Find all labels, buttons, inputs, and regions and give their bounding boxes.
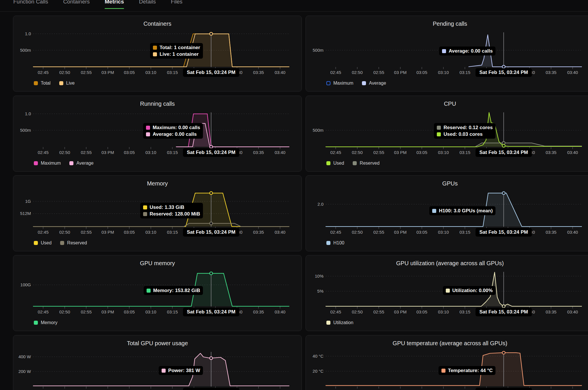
- series-color-swatch: [432, 209, 436, 213]
- value-tooltip-text: Used: 0.03 cores: [443, 131, 482, 137]
- series-color-swatch: [437, 126, 441, 130]
- legend-item-average[interactable]: Average: [362, 81, 386, 86]
- value-tooltip-row: Power: 381 W: [162, 368, 200, 373]
- cursor-marker-temperature: [502, 351, 505, 354]
- chart-panel-gpu-memory: GPU memory100G02:4502:5002:5503 PM03:050…: [13, 255, 302, 331]
- x-tick-label: 02:50: [53, 70, 77, 75]
- tab-label: Containers: [63, 0, 90, 5]
- value-tooltip: Average: 0.00 calls: [439, 47, 495, 55]
- x-tick-label: 02:50: [345, 230, 369, 235]
- value-tooltip: H100: 3.0 GPUs (mean): [429, 206, 495, 215]
- value-tooltip-row: Temperature: 44 °C: [441, 368, 493, 373]
- legend-item-maximum[interactable]: Maximum: [34, 161, 61, 166]
- value-tooltip-row: Utilization: 0.00%: [446, 288, 493, 293]
- x-tick-label: 03:10: [431, 309, 456, 314]
- legend-item-reserved[interactable]: Reserved: [60, 240, 87, 246]
- chart-canvas[interactable]: 400 W200 W: [13, 335, 302, 390]
- series-color-swatch: [146, 132, 150, 136]
- legend-item-used[interactable]: Used: [34, 240, 51, 246]
- x-tick-label: 03 PM: [388, 230, 413, 235]
- legend-item-maximum[interactable]: Maximum: [326, 81, 353, 86]
- x-tick-label: 03:15: [453, 150, 477, 155]
- legend-item-used[interactable]: Used: [326, 161, 344, 166]
- cursor-marker-used: [502, 144, 505, 147]
- x-tick-label: 03:05: [410, 309, 434, 314]
- x-tick-label: 03:15: [160, 150, 184, 155]
- value-tooltip-text: Reserved: 128.00 MiB: [150, 211, 200, 217]
- series-area-reserved: [33, 223, 289, 226]
- x-tick-label: 02:55: [74, 70, 98, 75]
- legend-item-live[interactable]: Live: [59, 81, 75, 86]
- date-tooltip: Sat Feb 15, 03:24 PM: [183, 148, 239, 157]
- x-tick-label: 03:40: [268, 150, 292, 155]
- date-tooltip: Sat Feb 15, 03:24 PM: [476, 228, 532, 237]
- value-tooltip: Maximum: 0.00 callsAverage: 0.00 calls: [143, 123, 203, 139]
- value-tooltip: Temperature: 44 °C: [439, 366, 496, 375]
- value-tooltip-row: Memory: 153.82 GiB: [147, 288, 200, 293]
- tab-metrics[interactable]: Metrics: [105, 0, 124, 11]
- tab-containers[interactable]: Containers: [63, 0, 90, 11]
- chart-legend: UsedReserved: [34, 240, 87, 246]
- legend-label: Live: [66, 81, 75, 86]
- y-tick-label: 20 °C: [313, 369, 323, 374]
- x-tick-label: 02:50: [345, 70, 369, 75]
- series-color-swatch: [153, 52, 157, 56]
- legend-label: Total: [41, 81, 51, 86]
- x-tick-label: 02:55: [367, 230, 391, 235]
- tab-label: Metrics: [105, 0, 124, 5]
- value-tooltip-row: Maximum: 0.00 calls: [146, 125, 200, 130]
- legend-color-swatch: [34, 81, 38, 85]
- legend-label: Reserved: [360, 161, 379, 166]
- value-tooltip-row: Used: 0.03 cores: [437, 131, 493, 137]
- series-color-swatch: [437, 132, 441, 136]
- x-tick-label: 03:15: [160, 70, 184, 75]
- y-tick-label: 500m: [313, 48, 323, 53]
- chart-legend: H100: [326, 240, 344, 246]
- value-tooltip-text: Live: 1 container: [160, 51, 199, 57]
- x-tick-label: 03:05: [117, 150, 141, 155]
- value-tooltip-row: Average: 0.00 calls: [146, 131, 200, 137]
- tab-details[interactable]: Details: [139, 0, 156, 11]
- value-tooltip: Used: 1.33 GiBReserved: 128.00 MiB: [140, 203, 203, 218]
- value-tooltip-text: Power: 381 W: [168, 368, 200, 373]
- tab-bar: Function CallsContainersMetricsDetailsFi…: [0, 0, 588, 12]
- legend-item-average[interactable]: Average: [69, 161, 93, 166]
- date-tooltip: Sat Feb 15, 03:24 PM: [183, 68, 239, 77]
- x-tick-label: 03:35: [246, 150, 271, 155]
- date-tooltip: Sat Feb 15, 03:24 PM: [476, 68, 532, 77]
- legend-label: H100: [333, 240, 344, 246]
- x-tick-label: 02:50: [53, 309, 77, 314]
- value-tooltip-row: Reserved: 128.00 MiB: [143, 211, 200, 217]
- cursor-marker-reserved: [210, 222, 212, 225]
- x-tick-label: 03:35: [539, 230, 563, 235]
- cursor-marker-memory: [210, 272, 212, 275]
- legend-label: Average: [76, 161, 93, 166]
- tab-files[interactable]: Files: [171, 0, 182, 11]
- x-tick-label: 03:15: [453, 70, 477, 75]
- legend-item-h100[interactable]: H100: [326, 240, 344, 246]
- series-color-swatch: [143, 212, 147, 216]
- x-tick-label: 03:40: [561, 309, 585, 314]
- legend-item-total[interactable]: Total: [34, 81, 51, 86]
- value-tooltip-text: Temperature: 44 °C: [448, 368, 493, 373]
- x-tick-label: 03:40: [561, 150, 585, 155]
- x-tick-label: 03:05: [410, 150, 434, 155]
- chart-canvas[interactable]: 40 °C20 °C: [306, 335, 588, 390]
- tab-function-calls[interactable]: Function Calls: [13, 0, 48, 11]
- y-tick-label: 500m: [20, 48, 31, 53]
- y-tick-label: 2.0: [317, 202, 323, 207]
- x-tick-label: 03 PM: [96, 309, 120, 314]
- date-tooltip: Sat Feb 15, 03:24 PM: [476, 388, 532, 390]
- x-tick-label: 03:35: [539, 70, 563, 75]
- legend-item-utilization[interactable]: Utilization: [326, 320, 353, 325]
- legend-label: Maximum: [41, 161, 61, 166]
- value-tooltip-row: Total: 1 container: [153, 45, 200, 50]
- legend-item-memory[interactable]: Memory: [34, 320, 58, 325]
- legend-item-reserved[interactable]: Reserved: [353, 161, 379, 166]
- chart-panel-gpu-power: Total GPU power usage400 W200 W02:4502:5…: [13, 335, 302, 390]
- series-color-swatch: [441, 369, 445, 373]
- x-tick-label: 03:15: [453, 309, 477, 314]
- value-tooltip: Power: 381 W: [159, 366, 203, 375]
- series-color-swatch: [162, 369, 166, 373]
- legend-label: Reserved: [67, 240, 87, 246]
